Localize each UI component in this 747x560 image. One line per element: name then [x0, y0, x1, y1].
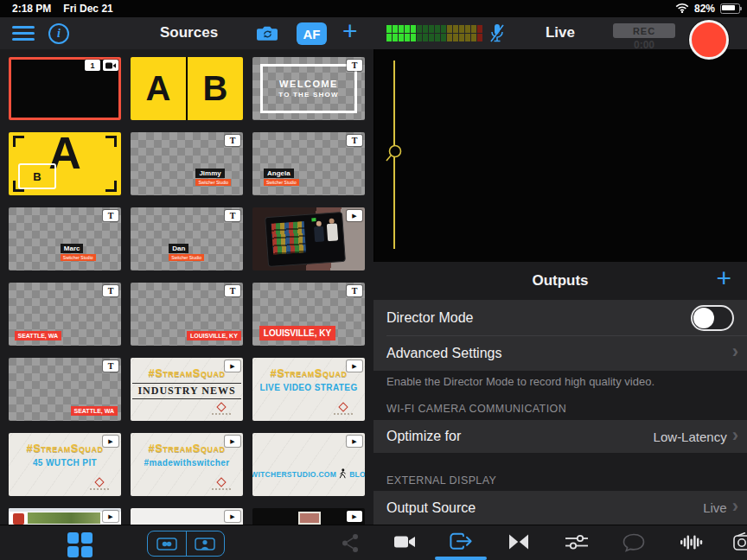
meter-segment — [471, 34, 476, 41]
live-preview[interactable] — [374, 49, 747, 262]
meter-segment — [393, 34, 398, 41]
date: Fri Dec 21 — [63, 3, 112, 15]
source-thumbnail[interactable]: SEATTLE, WAT — [9, 358, 121, 421]
meter-segment — [459, 25, 464, 33]
meter-segment — [405, 25, 410, 33]
source-thumbnail[interactable]: AngelaSwitcher StudioT — [252, 132, 365, 195]
meter-segment — [453, 34, 458, 41]
source-thumbnail[interactable]: DanSwitcher StudioT — [131, 207, 243, 270]
menu-icon[interactable] — [12, 26, 35, 41]
play-badge: ▶ — [225, 360, 240, 372]
rec-badge: REC — [613, 23, 675, 38]
source-thumbnail[interactable]: JimmySwitcher StudioT — [131, 132, 243, 195]
external-display-header: EXTERNAL DISPLAY — [386, 474, 496, 487]
meter-segment — [429, 34, 434, 41]
battery-icon — [720, 3, 740, 14]
advanced-settings-row[interactable]: Advanced Settings › — [374, 335, 747, 371]
output-source-row[interactable]: Output Source Live › — [374, 491, 747, 525]
magnifier-icon[interactable] — [380, 141, 407, 172]
meter-segment — [447, 25, 452, 33]
source-thumbnail[interactable]: SWITCHERSTUDIO.COMBLOG▶ — [252, 433, 365, 496]
multiview-grid-icon[interactable] — [67, 532, 93, 557]
add-output-button[interactable]: + — [716, 264, 731, 293]
top-toolbar: i Sources AF + Live REC 0:00 — [0, 17, 747, 50]
autofocus-button[interactable]: AF — [297, 22, 327, 45]
optimize-for-row[interactable]: Optimize for Low-Latency › — [374, 420, 747, 453]
source-thumbnail[interactable]: #StreamSquad#madewithswitcher▶ — [131, 433, 243, 496]
source-thumbnail[interactable]: ▶ — [252, 207, 365, 270]
share-icon[interactable] — [341, 533, 360, 557]
walker-icon — [339, 467, 347, 482]
clock: 2:18 PM — [12, 3, 51, 15]
transition-icon[interactable] — [507, 533, 531, 554]
meter-segment — [465, 25, 470, 33]
source-thumbnail[interactable]: LOUISVILLE, KYT — [252, 283, 365, 346]
meter-segment — [429, 25, 434, 33]
title-badge: T — [347, 285, 362, 296]
comments-icon[interactable] — [622, 532, 646, 556]
view-toggle — [147, 531, 225, 557]
meter-segment — [477, 25, 482, 33]
title-badge: T — [103, 360, 118, 372]
meter-segment — [441, 34, 446, 41]
wifi-section-header: WI-FI CAMERA COMMUNICATION — [386, 403, 566, 415]
output-tab-icon[interactable] — [449, 532, 473, 554]
mic-muted-icon[interactable] — [488, 23, 506, 48]
camera-badge — [103, 60, 118, 71]
source-thumbnail[interactable]: ▶ — [131, 508, 243, 525]
director-mode-toggle[interactable] — [691, 305, 734, 331]
chevron-right-icon: › — [732, 344, 738, 360]
source-thumbnail[interactable]: ▶ — [9, 508, 121, 525]
output-source-label: Output Source — [386, 500, 476, 516]
source-thumbnail[interactable]: AB — [131, 57, 243, 120]
output-source-value: Live — [703, 500, 727, 515]
title-badge: T — [225, 210, 240, 221]
recorder-icon[interactable] — [733, 532, 747, 555]
source-thumbnail[interactable]: ▶ — [252, 508, 365, 525]
source-thumbnail[interactable]: SEATTLE, WAT — [9, 283, 121, 346]
adjust-sliders-icon[interactable] — [565, 533, 589, 554]
meter-segment — [411, 25, 416, 33]
info-icon[interactable]: i — [48, 23, 69, 44]
video-camera-icon[interactable] — [394, 534, 417, 553]
meter-segment — [399, 34, 404, 41]
title-badge: T — [103, 285, 118, 296]
add-source-button[interactable]: + — [342, 18, 358, 44]
source-thumbnail[interactable]: #StreamSquadINDUSTRY NEWS▶ — [131, 358, 243, 421]
live-title: Live — [517, 24, 603, 41]
source-thumbnail[interactable]: 1 — [9, 57, 121, 120]
meter-segment — [417, 25, 422, 33]
meter-segment — [435, 34, 440, 41]
dual-view-button[interactable] — [148, 531, 187, 556]
meter-segment — [465, 34, 470, 41]
meter-segment — [386, 34, 392, 41]
meter-segment — [417, 34, 422, 41]
director-mode-footer: Enable the Director Mode to record high … — [386, 375, 654, 388]
play-badge: ▶ — [347, 210, 362, 221]
audio-meter — [386, 25, 482, 42]
source-thumbnail[interactable]: #StreamSquadLIVE VIDEO STRATEG▶ — [252, 358, 365, 421]
meter-segment — [411, 34, 416, 41]
meter-segment — [393, 25, 398, 33]
audio-levels-icon[interactable] — [680, 533, 704, 555]
meter-segment — [441, 25, 446, 33]
meter-segment — [477, 34, 482, 41]
presenter-view-button[interactable] — [187, 531, 225, 556]
camera-flip-icon[interactable] — [257, 25, 278, 45]
source-thumbnail[interactable]: #StreamSquad45 WUTCH PIT▶ — [9, 433, 121, 496]
active-tab-indicator — [435, 557, 487, 560]
meter-segment — [435, 25, 440, 33]
source-thumbnail[interactable]: MarcSwitcher StudioT — [9, 207, 121, 270]
source-thumbnail[interactable]: LOUISVILLE, KYT — [131, 283, 243, 346]
title-badge: T — [225, 135, 240, 146]
meter-segment — [447, 34, 452, 41]
record-button[interactable] — [689, 20, 729, 60]
title-badge: T — [347, 135, 362, 146]
meter-segment — [423, 25, 428, 33]
bottom-toolbar — [0, 525, 747, 560]
optimize-for-value: Low-Latency — [654, 430, 727, 444]
switcher-logo-icon — [212, 479, 231, 490]
director-mode-row[interactable]: Director Mode — [374, 300, 747, 335]
source-thumbnail[interactable]: WELCOMETO THE SHOWT — [252, 57, 365, 120]
source-thumbnail[interactable]: AB — [9, 132, 121, 195]
